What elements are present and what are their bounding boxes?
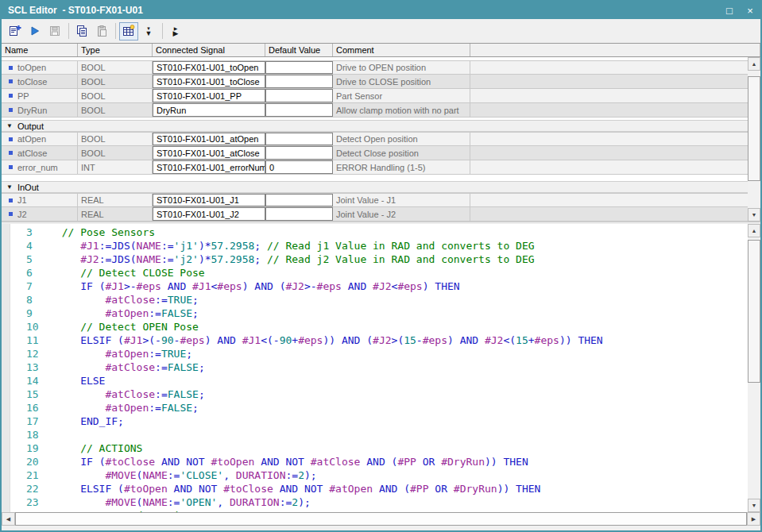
variable-name-cell[interactable]: toOpen	[2, 61, 78, 74]
comment-cell[interactable]: Drive to OPEN position	[333, 61, 470, 74]
default-value-cell[interactable]	[265, 133, 333, 145]
code-line[interactable]: 11 ELSIF (#J1>(-90-#eps) AND #J1<(-90+#e…	[2, 333, 748, 347]
variable-type-cell[interactable]: BOOL	[78, 146, 153, 160]
variable-type-cell[interactable]: REAL	[78, 207, 153, 221]
section-header-inout[interactable]: ▼InOut	[2, 181, 748, 193]
connected-signal-cell[interactable]: ST010-FX01-U01_toClose	[153, 75, 265, 88]
code-line[interactable]: 17 END_IF;	[2, 414, 748, 428]
code-line[interactable]: 13 #atClose:=FALSE;	[2, 360, 748, 374]
table-row-PP[interactable]: PPBOOLST010-FX01-U01_PPPart Sensor	[2, 89, 748, 103]
code-line[interactable]: 21 #MOVE(NAME:='CLOSE', DURATION:=2);	[2, 468, 748, 482]
connected-signal-cell[interactable]: ST010-FX01-U01_errorNum	[153, 160, 265, 174]
table-row-toOpen[interactable]: toOpenBOOLST010-FX01-U01_toOpenDrive to …	[2, 60, 748, 75]
variable-type-cell[interactable]: REAL	[78, 194, 153, 206]
code-line[interactable]: 4 #J1:=JDS(NAME:='j1')*57.2958; // Read …	[2, 239, 748, 253]
paste-button[interactable]	[92, 22, 111, 40]
code-line[interactable]: 19 // ACTIONS	[2, 441, 748, 455]
variable-name-cell[interactable]: J2	[2, 207, 78, 221]
code-line[interactable]: 22 ELSIF (#toOpen AND NOT #toClose AND N…	[2, 482, 748, 495]
code-line[interactable]: 8 #atClose:=TRUE;	[2, 293, 748, 306]
comment-cell[interactable]: Detect Close position	[333, 146, 470, 160]
connected-signal-cell[interactable]: ST010-FX01-U01_PP	[153, 89, 265, 102]
column-header-type[interactable]: Type	[78, 44, 153, 56]
maximize-button[interactable]: □	[719, 2, 740, 19]
code-line[interactable]: 20 IF (#toClose AND NOT #toOpen AND NOT …	[2, 455, 748, 468]
comment-cell[interactable]: Drive to CLOSE position	[333, 75, 470, 88]
default-value-cell[interactable]	[265, 207, 333, 221]
run-button[interactable]	[25, 22, 44, 40]
section-header-output[interactable]: ▼Output	[2, 120, 748, 132]
code-line[interactable]: 10 // Detect OPEN Pose	[2, 320, 748, 333]
column-header-connected-signal[interactable]: Connected Signal	[153, 44, 265, 56]
variable-name-cell[interactable]: error_num	[2, 160, 78, 174]
variable-name-cell[interactable]: DryRun	[2, 103, 78, 117]
connected-signal-cell[interactable]: ST010-FX01-U01_J1	[153, 194, 265, 206]
variable-name-cell[interactable]: J1	[2, 194, 78, 206]
code-line[interactable]: 7 IF (#J1>-#eps AND #J1<#eps) AND (#J2>-…	[2, 279, 748, 293]
table-row-error_num[interactable]: error_numINTST010-FX01-U01_errorNum0ERRO…	[2, 160, 748, 175]
connected-signal-cell[interactable]: DryRun	[153, 103, 265, 117]
code-line[interactable]: 23 #MOVE(NAME:='OPEN', DURATION:=2);	[2, 495, 748, 509]
variable-type-cell[interactable]: BOOL	[78, 75, 153, 88]
save-button[interactable]	[45, 22, 64, 40]
table-row-DryRun[interactable]: DryRunBOOLDryRunAllow clamp motion with …	[2, 103, 748, 118]
code-line[interactable]: 12 #atOpen:=TRUE;	[2, 347, 748, 360]
close-button[interactable]: ×	[740, 2, 760, 19]
variable-type-cell[interactable]: BOOL	[78, 133, 153, 145]
code-line[interactable]: 15 #atClose:=FALSE;	[2, 387, 748, 401]
comment-cell[interactable]: Allow clamp motion with no part	[333, 103, 470, 117]
grid-options-button[interactable]: ▼▼	[139, 22, 158, 40]
scroll-down-icon[interactable]: ▼	[748, 499, 760, 512]
grid-view-toggle-button[interactable]	[119, 22, 138, 40]
editor-scroll-thumb[interactable]	[748, 240, 760, 383]
code-line[interactable]: 9 #atOpen:=FALSE;	[2, 306, 748, 320]
comment-cell[interactable]: Detect Open position	[333, 133, 470, 145]
editor-hscrollbar[interactable]: ◀ ▶	[2, 512, 760, 526]
scroll-up-icon[interactable]: ▲	[748, 224, 760, 237]
table-row-toClose[interactable]: toCloseBOOLST010-FX01-U01_toCloseDrive t…	[2, 75, 748, 89]
collapse-triangle-icon[interactable]: ▼	[6, 183, 13, 191]
code-line[interactable]: 18	[2, 428, 748, 441]
table-scroll-thumb[interactable]	[748, 76, 760, 181]
default-value-cell[interactable]	[265, 89, 333, 102]
variable-type-cell[interactable]: BOOL	[78, 61, 153, 74]
default-value-cell[interactable]: 0	[265, 160, 333, 174]
table-row-atClose[interactable]: atCloseBOOLST010-FX01-U01_atCloseDetect …	[2, 146, 748, 160]
default-value-cell[interactable]	[265, 75, 333, 88]
default-value-cell[interactable]	[265, 61, 333, 74]
code-line[interactable]: 3 // Pose Sensors	[2, 226, 748, 239]
editor-hscroll-thumb[interactable]	[15, 512, 747, 526]
editor-vscrollbar[interactable]: ▲ ▼	[748, 224, 760, 512]
connected-signal-cell[interactable]: ST010-FX01-U01_toOpen	[153, 61, 265, 74]
column-header-comment[interactable]: Comment	[333, 44, 470, 56]
scroll-left-icon[interactable]: ◀	[2, 512, 15, 526]
comment-cell[interactable]: Joint Value - J2	[333, 207, 470, 221]
table-row-J2[interactable]: J2REALST010-FX01-U01_J2Joint Value - J2	[2, 207, 748, 222]
variable-name-cell[interactable]: atClose	[2, 146, 78, 160]
table-row-J1[interactable]: J1REALST010-FX01-U01_J1Joint Value - J1	[2, 193, 748, 207]
scroll-up-icon[interactable]: ▲	[748, 57, 760, 71]
default-value-cell[interactable]	[265, 103, 333, 117]
table-vscrollbar[interactable]: ▲ ▼	[748, 57, 760, 222]
collapse-triangle-icon[interactable]: ▼	[6, 122, 13, 129]
variable-type-cell[interactable]: BOOL	[78, 89, 153, 102]
new-block-button[interactable]	[6, 22, 25, 40]
comment-cell[interactable]: ERROR Handling (1-5)	[333, 160, 470, 174]
comment-cell[interactable]: Part Sensor	[333, 89, 470, 102]
variable-type-cell[interactable]: INT	[78, 160, 153, 174]
variable-name-cell[interactable]: toClose	[2, 75, 78, 88]
default-value-cell[interactable]	[265, 194, 333, 206]
more-tools-button[interactable]: ▶▶	[166, 22, 185, 40]
code-editor[interactable]: 3 // Pose Sensors4 #J1:=JDS(NAME:='j1')*…	[2, 224, 748, 512]
connected-signal-cell[interactable]: ST010-FX01-U01_J2	[153, 207, 265, 221]
code-line[interactable]: 16 #atOpen:=FALSE;	[2, 401, 748, 414]
variable-type-cell[interactable]: BOOL	[78, 103, 153, 117]
column-header-name[interactable]: Name	[2, 44, 78, 56]
default-value-cell[interactable]	[265, 146, 333, 160]
table-row-atOpen[interactable]: atOpenBOOLST010-FX01-U01_atOpenDetect Op…	[2, 132, 748, 146]
variable-name-cell[interactable]: PP	[2, 89, 78, 102]
scroll-down-icon[interactable]: ▼	[748, 208, 760, 222]
code-line[interactable]: 14 ELSE	[2, 374, 748, 387]
connected-signal-cell[interactable]: ST010-FX01-U01_atOpen	[153, 133, 265, 145]
copy-button[interactable]	[72, 22, 91, 40]
